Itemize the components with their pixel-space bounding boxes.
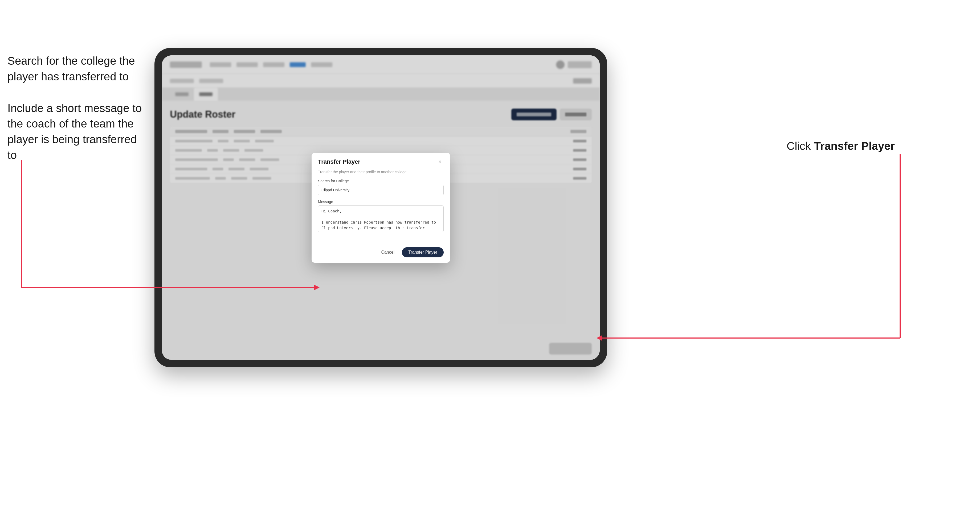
college-form-group: Search for College — [318, 179, 444, 195]
message-label: Message — [318, 200, 444, 204]
annotation-search-text: Search for the college the player has tr… — [8, 53, 146, 85]
annotation-right: Click Transfer Player — [787, 138, 895, 154]
modal-footer: Cancel Transfer Player — [312, 243, 450, 263]
college-label: Search for College — [318, 179, 444, 183]
annotation-click-text: Click Transfer Player — [787, 138, 895, 154]
modal-header: Transfer Player × — [312, 153, 450, 170]
ipad-screen: Update Roster — [162, 56, 600, 360]
annotation-message-text: Include a short message to the coach of … — [8, 101, 146, 163]
app-container: Update Roster — [162, 56, 600, 360]
message-form-group: Message Hi Coach, I understand Chris Rob… — [318, 200, 444, 233]
annotation-left: Search for the college the player has tr… — [8, 53, 146, 179]
modal-body: Transfer the player and their profile to… — [312, 170, 450, 243]
transfer-player-button[interactable]: Transfer Player — [402, 247, 444, 257]
cancel-button[interactable]: Cancel — [377, 248, 399, 257]
modal-overlay: Transfer Player × Transfer the player an… — [162, 56, 600, 360]
modal-close-button[interactable]: × — [436, 158, 444, 165]
modal-title: Transfer Player — [318, 158, 360, 165]
college-input[interactable] — [318, 185, 444, 195]
modal-subtitle: Transfer the player and their profile to… — [318, 170, 444, 174]
ipad-frame: Update Roster — [154, 48, 607, 367]
message-textarea[interactable]: Hi Coach, I understand Chris Robertson h… — [318, 205, 444, 232]
modal-dialog: Transfer Player × Transfer the player an… — [312, 153, 450, 263]
